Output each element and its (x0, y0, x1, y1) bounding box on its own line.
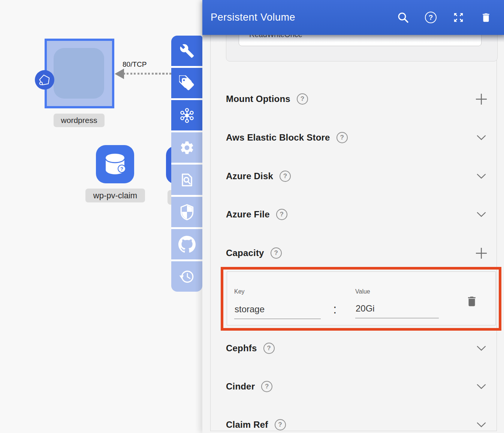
section-azure-file: Azure File ? (226, 205, 487, 224)
capacity-value-input[interactable] (355, 303, 439, 318)
help-icon[interactable]: ? (276, 209, 287, 220)
section-label: Cinder (226, 381, 255, 392)
value-label: Value (355, 288, 370, 295)
hub-icon (178, 107, 196, 124)
section-cephfs: Cephfs ? (226, 339, 487, 358)
chevron-down-icon[interactable] (475, 208, 487, 220)
search-icon (397, 12, 409, 24)
section-label: Mount Options (226, 94, 290, 104)
toolbar-file-search-button[interactable] (171, 165, 202, 195)
question-badge: ? (118, 165, 126, 173)
edge-label: 80/TCP (123, 60, 147, 69)
edge-dotted-line (123, 73, 176, 75)
expand-button[interactable] (452, 12, 464, 24)
section-label: Azure File (226, 209, 270, 220)
section-label: Cephfs (226, 343, 257, 354)
chevron-down-icon[interactable] (475, 419, 487, 431)
section-aws-ebs: Aws Elastic Block Store ? (226, 128, 487, 147)
trash-icon (480, 12, 492, 23)
key-value-separator: : (333, 302, 336, 316)
chevron-down-icon[interactable] (475, 170, 487, 182)
tag-icon (179, 75, 195, 91)
chevron-down-icon[interactable] (475, 381, 487, 393)
section-label: Claim Ref (226, 420, 268, 430)
app-root: wordpress 80/TCP ? wp-pv-claim (0, 0, 504, 433)
chevron-down-icon[interactable] (475, 342, 487, 354)
chevron-down-icon[interactable] (475, 132, 487, 144)
section-label: Capacity (226, 248, 264, 258)
key-label: Key (234, 288, 245, 295)
panel-title: Persistent Volume (202, 12, 397, 23)
add-button[interactable] (475, 247, 487, 259)
help-icon[interactable]: ? (261, 381, 272, 392)
trash-icon (465, 294, 478, 309)
capacity-key-input[interactable] (234, 304, 321, 319)
help-icon[interactable]: ? (280, 171, 291, 182)
section-capacity: Capacity ? (226, 243, 487, 263)
node-wordpress[interactable] (45, 39, 114, 108)
help-icon[interactable]: ? (297, 93, 308, 105)
help-icon[interactable]: ? (263, 343, 275, 354)
github-icon (178, 236, 196, 253)
toolbar-wrench-button[interactable] (171, 36, 202, 66)
panel-header: Persistent Volume ? (202, 0, 504, 35)
node-label-wordpress: wordpress (54, 114, 105, 127)
side-toolbar (171, 36, 202, 292)
panel-form-container: Mount Options ? Aws Elastic Block Store … (210, 0, 497, 431)
capacity-entry-row: Key : Value (227, 271, 496, 325)
section-label: Aws Elastic Block Store (226, 132, 330, 143)
node-wp-pv-claim[interactable] (96, 145, 134, 183)
toolbar-github-button[interactable] (171, 229, 202, 259)
help-icon[interactable]: ? (275, 419, 286, 430)
toolbar-shield-button[interactable] (171, 197, 202, 227)
help-icon[interactable]: ? (271, 247, 282, 259)
gear-icon (179, 140, 195, 156)
wrench-icon (179, 43, 194, 58)
capacity-entry-highlight: Key : Value (221, 267, 501, 331)
help-icon[interactable]: ? (336, 132, 348, 143)
toolbar-hub-button[interactable] (171, 100, 202, 130)
section-claim-ref: Claim Ref ? (226, 415, 487, 433)
section-label: Azure Disk (226, 171, 273, 181)
add-button[interactable] (475, 93, 487, 105)
help-button[interactable]: ? (425, 12, 437, 23)
delete-entry-button[interactable] (465, 293, 479, 310)
file-search-icon (179, 172, 195, 188)
toolbar-gear-button[interactable] (171, 132, 202, 163)
expand-icon (453, 12, 464, 23)
section-cinder: Cinder ? (226, 377, 487, 396)
toolbar-tag-button[interactable] (171, 68, 202, 98)
section-mount-options: Mount Options ? (226, 89, 487, 109)
pod-pentagon-icon (35, 70, 54, 90)
delete-button[interactable] (480, 12, 492, 24)
node-wordpress-body (54, 48, 104, 99)
properties-panel: Mount Options ? Aws Elastic Block Store … (202, 0, 504, 433)
node-label-wp-pv-claim: wp-pv-claim (85, 189, 145, 202)
shield-icon (179, 204, 195, 221)
search-button[interactable] (397, 12, 409, 24)
history-icon (178, 268, 196, 285)
section-azure-disk: Azure Disk ? (226, 166, 487, 186)
toolbar-history-button[interactable] (171, 261, 202, 292)
edge-arrowhead-icon (115, 69, 124, 79)
